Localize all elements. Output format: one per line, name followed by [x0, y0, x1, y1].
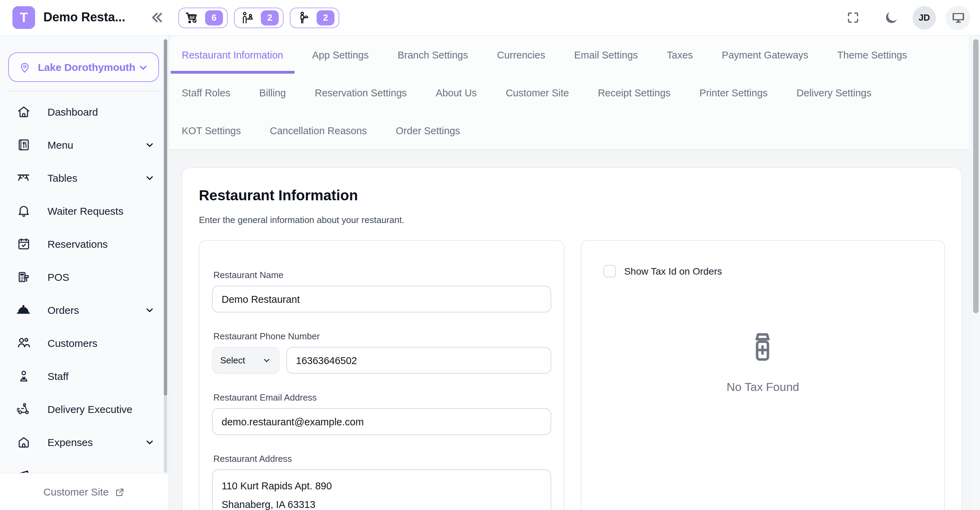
restaurant-address-textarea[interactable]: 110 Kurt Rapids Apt. 890 Shanaberg, IA 6… — [212, 469, 551, 510]
branch-selector[interactable]: Lake Dorothymouth — [8, 52, 159, 82]
app-logo: T — [13, 6, 35, 29]
chevrons-left-icon — [149, 10, 164, 26]
tab-currencies[interactable]: Currencies — [486, 36, 556, 73]
bell-icon — [16, 203, 31, 218]
tab-email-settings[interactable]: Email Settings — [563, 36, 649, 73]
sidebar-item-clipped[interactable] — [0, 458, 169, 473]
tab-taxes[interactable]: Taxes — [656, 36, 704, 73]
sidebar-nav: Dashboard Menu — [0, 95, 169, 473]
sidebar-item-dashboard[interactable]: Dashboard — [0, 95, 169, 128]
show-tax-id-row: Show Tax Id on Orders — [603, 265, 922, 277]
tab-payment-gateways[interactable]: Payment Gateways — [711, 36, 819, 73]
clipped-item-icon — [16, 467, 31, 473]
tax-panel: Show Tax Id on Orders No Tax Found — [581, 240, 945, 510]
restaurant-address-label: Restaurant Address — [213, 454, 551, 464]
sidebar-item-customers[interactable]: Customers — [0, 326, 169, 359]
restaurant-email-input[interactable] — [212, 408, 551, 435]
tab-about-us[interactable]: About Us — [425, 73, 488, 112]
sidebar-item-expenses[interactable]: Expenses — [0, 426, 169, 458]
header-badges: 6 2 — [178, 7, 339, 28]
tab-reservation-settings[interactable]: Reservation Settings — [304, 73, 418, 112]
sidebar-item-label: Waiter Requests — [48, 205, 124, 217]
sidebar-item-tables[interactable]: Tables — [0, 161, 169, 194]
sidebar-item-delivery-executive[interactable]: Delivery Executive — [0, 392, 169, 426]
cart-check-icon — [185, 10, 200, 25]
page-subtitle: Enter the general information about your… — [199, 215, 945, 225]
customer-site-label: Customer Site — [43, 486, 109, 497]
sidebar-item-orders[interactable]: Orders — [0, 293, 169, 326]
tab-customer-site[interactable]: Customer Site — [495, 73, 580, 112]
tab-receipt-settings[interactable]: Receipt Settings — [587, 73, 681, 112]
branch-name: Lake Dorothymouth — [38, 61, 135, 73]
page-scrollbar-thumb[interactable] — [973, 39, 978, 313]
home-icon — [16, 104, 31, 119]
sidebar-item-label: Delivery Executive — [48, 403, 132, 415]
phone-country-select[interactable]: Select — [212, 347, 279, 374]
tab-theme-settings[interactable]: Theme Settings — [826, 36, 918, 73]
tab-printer-settings[interactable]: Printer Settings — [689, 73, 779, 112]
delivery-count: 2 — [317, 10, 334, 25]
app-title: Demo Resta... — [43, 10, 125, 25]
waiter-requests-count: 2 — [261, 10, 279, 25]
waiter-requests-badge[interactable]: 2 — [234, 7, 283, 28]
chevron-down-icon — [138, 62, 149, 73]
restaurant-name-input[interactable] — [212, 285, 551, 312]
delivery-badge[interactable]: 2 — [290, 7, 339, 28]
sidebar: Lake Dorothymouth Dashboard — [0, 36, 169, 510]
tab-branch-settings[interactable]: Branch Settings — [387, 36, 479, 73]
sidebar-item-staff[interactable]: Staff — [0, 359, 169, 392]
cloche-icon — [16, 302, 31, 317]
customer-site-link[interactable]: Customer Site — [0, 473, 169, 510]
sidebar-divider — [6, 91, 162, 92]
menu-book-icon — [16, 137, 31, 152]
tab-billing[interactable]: Billing — [248, 73, 297, 112]
fullscreen-icon — [845, 10, 860, 25]
dark-mode-toggle[interactable] — [880, 6, 903, 29]
tab-cancellation-reasons[interactable]: Cancellation Reasons — [259, 112, 378, 149]
show-tax-id-checkbox[interactable] — [603, 265, 616, 277]
page-title: Restaurant Information — [199, 187, 945, 204]
chevron-down-icon — [145, 437, 155, 447]
person-icon — [16, 368, 31, 383]
restaurant-phone-label: Restaurant Phone Number — [213, 331, 551, 341]
pos-screen-button[interactable] — [946, 5, 970, 30]
fullscreen-button[interactable] — [841, 6, 864, 29]
sidebar-item-label: Dashboard — [48, 106, 98, 117]
sidebar-item-pos[interactable]: POS — [0, 260, 169, 293]
tab-app-settings[interactable]: App Settings — [301, 36, 380, 73]
chevron-down-icon — [145, 139, 155, 150]
settings-tabs: Restaurant Information App Settings Bran… — [169, 36, 969, 150]
chevron-down-icon — [145, 172, 155, 183]
sidebar-scrollbar-thumb[interactable] — [164, 39, 167, 396]
tab-staff-roles[interactable]: Staff Roles — [171, 73, 241, 112]
sidebar-item-waiter-requests[interactable]: Waiter Requests — [0, 194, 169, 227]
page-scrollbar-track[interactable] — [972, 36, 980, 510]
sidebar-item-reservations[interactable]: Reservations — [0, 227, 169, 260]
tab-kot-settings[interactable]: KOT Settings — [171, 112, 252, 149]
scooter-icon — [16, 401, 31, 416]
phone-country-select-value: Select — [220, 355, 245, 365]
cart-orders-count: 6 — [205, 10, 223, 25]
user-avatar[interactable]: JD — [913, 6, 936, 29]
restaurant-phone-input[interactable] — [286, 347, 551, 374]
tab-order-settings[interactable]: Order Settings — [385, 112, 471, 149]
sidebar-item-label: POS — [48, 271, 69, 282]
tab-restaurant-information[interactable]: Restaurant Information — [171, 36, 294, 73]
restaurant-email-label: Restaurant Email Address — [213, 392, 551, 403]
sidebar-item-label: Reservations — [48, 238, 108, 250]
cart-orders-badge[interactable]: 6 — [178, 7, 228, 28]
tab-row-2: Staff Roles Billing Reservation Settings… — [169, 73, 969, 112]
app-header: T Demo Resta... 6 — [0, 0, 980, 36]
sidebar-item-label: Tables — [48, 172, 78, 183]
main-area: Restaurant Information App Settings Bran… — [169, 36, 980, 510]
moon-icon — [883, 10, 899, 26]
restaurant-info-form: Restaurant Name Restaurant Phone Number … — [199, 240, 564, 510]
sidebar-collapse-button[interactable] — [149, 10, 164, 26]
calendar-check-icon — [16, 236, 31, 251]
no-tax-empty-state: No Tax Found — [603, 331, 922, 394]
sidebar-item-menu[interactable]: Menu — [0, 128, 169, 161]
restaurant-information-card: Restaurant Information Enter the general… — [182, 167, 962, 510]
tab-delivery-settings[interactable]: Delivery Settings — [786, 73, 883, 112]
users-icon — [16, 335, 31, 350]
monitor-icon — [951, 10, 965, 25]
